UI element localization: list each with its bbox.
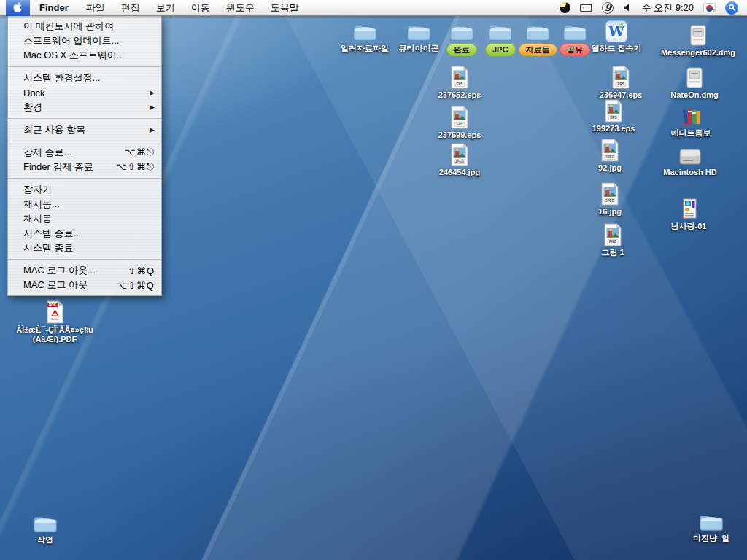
apple-menu-item-19[interactable]: MAC 로그 아웃...⇧⌘Q — [8, 263, 161, 278]
submenu-arrow-icon: ▶ — [150, 89, 155, 96]
svg-text:Adobe: Adobe — [51, 318, 58, 321]
svg-text:JPEG: JPEG — [605, 199, 615, 203]
desktop-icon-folder-mijin[interactable]: 미진냥_일 — [675, 512, 747, 543]
menu-item-label: 최근 사용 항목 — [23, 123, 85, 136]
apple-logo-icon — [12, 1, 23, 15]
apple-menu-item-20[interactable]: MAC 로그 아웃⌥⇧⌘Q — [8, 278, 161, 292]
desktop-icon-file-199273-eps[interactable]: EPS199273.eps — [577, 99, 650, 133]
apple-menu-item-15[interactable]: 재시동 — [8, 211, 161, 226]
pdf-file-icon: PDF Adobe — [45, 300, 65, 324]
desktop-icon-label: 92.jpg — [598, 163, 622, 173]
apple-menu-item-6[interactable]: 환경▶ — [8, 100, 161, 114]
menu-item-label: Finder 강제 종료 — [23, 160, 93, 174]
apple-menu-item-5[interactable]: Dock▶ — [8, 85, 161, 100]
apple-menu-panel: 이 매킨토시에 관하여소프트웨어 업데이트...Mac OS X 소프트웨어..… — [7, 16, 162, 296]
desktop-icon-file-237652-eps[interactable]: EPS237652.eps — [423, 66, 496, 100]
menu-item-label: MAC 로그 아웃 — [23, 279, 88, 292]
norton-orb-icon[interactable] — [560, 2, 570, 13]
desktop-icon-app-adit-dombo[interactable]: 애디트돔보 — [654, 106, 727, 138]
apple-menu-item-16[interactable]: 시스템 종료... — [8, 226, 161, 241]
apple-menu-item-0[interactable]: 이 매킨토시에 관하여 — [8, 19, 161, 34]
spotlight-icon[interactable] — [725, 1, 738, 15]
menu-item-label: MAC 로그 아웃... — [23, 264, 96, 277]
desktop-icon-label: 미진냥_일 — [693, 534, 729, 543]
desktop-icon-label: 16.jpg — [598, 207, 622, 217]
disk-image-icon — [686, 67, 703, 89]
desktop-icon-file-92-jpg[interactable]: JPEG92.jpg — [573, 139, 646, 173]
menu-item-label: 재시동 — [23, 212, 52, 225]
webhard-app-icon: W — [605, 20, 627, 42]
apple-menu-item-17[interactable]: 시스템 종료 — [8, 241, 161, 255]
menu-item-label: 잠자기 — [23, 183, 52, 196]
desktop-icon-label: 그림 1 — [601, 248, 624, 257]
menu-item-label: 시스템 환경설정... — [23, 71, 100, 85]
svg-text:JPEG: JPEG — [455, 160, 465, 163]
apple-menu-item-10[interactable]: 강제 종료...⌥⌘⎋ — [8, 145, 161, 160]
apple-menu-item-13[interactable]: 잠자기 — [8, 182, 161, 197]
image-file-icon: PNG — [603, 223, 622, 246]
apple-menu-item-14[interactable]: 재시동... — [8, 197, 161, 211]
menu-item-label: 강제 종료... — [23, 146, 71, 159]
desktop-icon-volume-macintosh-hd[interactable]: Macintosh HD — [643, 147, 738, 177]
menubar-item-2[interactable]: 편집 — [113, 0, 148, 16]
menu-bar-items: Finder파일편집보기이동윈도우도움말 — [30, 0, 307, 16]
desktop-icon-file-237599-eps[interactable]: EPS237599.eps — [423, 106, 496, 140]
menu-item-shortcut: ⌥⌘⎋ — [125, 147, 155, 158]
menu-item-label: 소프트웨어 업데이트... — [23, 34, 119, 47]
image-file-icon: JPEG — [600, 182, 619, 206]
apple-menu-item-2[interactable]: Mac OS X 소프트웨어... — [8, 48, 161, 63]
desktop-icon-file-picture-1[interactable]: PNG그림 1 — [576, 223, 649, 257]
apple-menu-item-11[interactable]: Finder 강제 종료⌥⇧⌘⎋ — [8, 160, 161, 174]
desktop-icon-folder-work[interactable]: 작업 — [9, 513, 82, 545]
svg-text:EPS: EPS — [617, 82, 624, 86]
menubar-item-4[interactable]: 이동 — [183, 0, 218, 16]
menu-item-label: Mac OS X 소프트웨어... — [23, 49, 125, 62]
displays-icon[interactable] — [580, 4, 592, 12]
desktop-icon-label: 애디트돔보 — [671, 128, 711, 138]
desktop-icon-app-webhard-connector[interactable]: W웹하드 집속기 — [580, 20, 653, 53]
desktop-icon-file-messenger602-dmg[interactable]: Messenger602.dmg — [651, 25, 746, 58]
menubar-item-3[interactable]: 보기 — [148, 0, 183, 16]
image-file-icon: EPS — [604, 99, 623, 122]
desktop-icon-label: 웹하드 집속기 — [591, 44, 641, 53]
folder-icon — [698, 512, 724, 532]
submenu-arrow-icon: ▶ — [150, 126, 155, 133]
books-icon — [680, 106, 702, 127]
artwork-document-icon — [679, 198, 698, 220]
menu-item-label: 시스템 종료... — [23, 227, 81, 240]
desktop-icon-file-16-jpg[interactable]: JPEG16.jpg — [573, 182, 646, 217]
apple-menu-item-4[interactable]: 시스템 환경설정... — [8, 71, 161, 85]
desktop-icon-file-236947-eps[interactable]: EPS236947.eps — [584, 66, 657, 100]
menu-bar-clock[interactable]: 수 오전 9:20 — [641, 1, 694, 15]
desktop-icon-label: NateOn.dmg — [670, 90, 718, 100]
desktop-icon-file-mojibake-pdf[interactable]: PDF AdobeÀÌ±æÈ¯-ÇÏ´ÃÃ¤»ç¶û (ÀâÆí).PDF — [7, 300, 102, 344]
svg-text:JPEG: JPEG — [605, 155, 615, 159]
classic-9-icon[interactable]: 9 — [602, 2, 614, 14]
desktop-icon-label: 237652.eps — [438, 90, 481, 100]
volume-mute-icon[interactable] — [623, 3, 632, 12]
menu-separator — [8, 259, 161, 260]
svg-text:EPS: EPS — [456, 82, 462, 86]
desktop-icon-label: 237599.eps — [438, 131, 481, 140]
menu-item-label: Dock — [23, 88, 45, 98]
apple-menu-button[interactable] — [6, 0, 30, 16]
submenu-arrow-icon: ▶ — [150, 104, 155, 111]
apple-menu-item-8[interactable]: 최근 사용 항목▶ — [8, 122, 161, 137]
menu-separator — [8, 178, 161, 179]
desktop-icon-label: 작업 — [37, 535, 53, 545]
korean-input-flag-icon[interactable]: 2 — [703, 3, 716, 12]
image-file-icon: JPEG — [600, 139, 619, 162]
menubar-item-6[interactable]: 도움말 — [263, 0, 307, 16]
desktop-icon-file-namsarang-01[interactable]: 남사랑-01 — [652, 198, 725, 231]
menubar-item-5[interactable]: 윈도우 — [218, 0, 263, 16]
apple-menu-item-1[interactable]: 소프트웨어 업데이트... — [8, 34, 161, 48]
menu-item-shortcut: ⇧⌘Q — [128, 265, 155, 276]
svg-text:PNG: PNG — [609, 240, 616, 244]
menubar-item-1[interactable]: 파일 — [78, 0, 113, 16]
desktop-icon-file-246454-jpg[interactable]: JPEG246454.jpg — [423, 143, 496, 177]
desktop-icon-file-nateon-dmg[interactable]: NateOn.dmg — [658, 67, 731, 100]
menu-separator — [8, 118, 161, 119]
menu-item-shortcut: ⌥⇧⌘Q — [116, 280, 155, 291]
menubar-item-finder[interactable]: Finder — [30, 0, 78, 16]
menu-bar: Finder파일편집보기이동윈도우도움말 9 수 오전 9:20 2 — [0, 0, 747, 16]
